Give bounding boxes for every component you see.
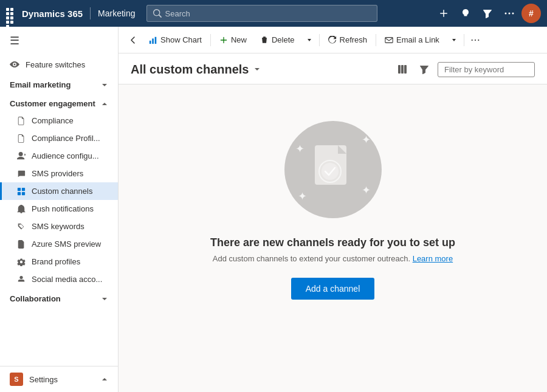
sidebar-section-email-marketing[interactable]: Email marketing xyxy=(0,74,118,93)
chart-icon xyxy=(149,36,157,44)
delete-button[interactable]: Delete xyxy=(254,32,301,47)
add-icon-btn[interactable] xyxy=(434,4,453,23)
filter-icon-btn[interactable] xyxy=(478,4,497,23)
app-grid-icon[interactable] xyxy=(6,8,17,19)
custom-channel-icon xyxy=(17,187,26,196)
delete-chevron[interactable] xyxy=(302,32,317,49)
svg-rect-4 xyxy=(18,187,21,190)
search-input[interactable] xyxy=(165,9,371,18)
add-channel-button[interactable]: Add a channel xyxy=(291,278,375,300)
top-nav: Dynamics 365 Marketing # xyxy=(0,0,547,27)
columns-button[interactable] xyxy=(394,61,411,78)
svg-rect-7 xyxy=(22,191,25,194)
new-button[interactable]: New xyxy=(213,32,253,47)
eye-icon xyxy=(10,60,19,69)
sparkle-br: ✦ xyxy=(362,184,371,197)
svg-rect-5 xyxy=(22,187,25,190)
nav-icons: # xyxy=(434,4,541,23)
sidebar-hamburger[interactable]: ☰ xyxy=(0,27,118,55)
app-title: Dynamics 365 xyxy=(22,9,83,19)
sidebar-settings[interactable]: S Settings xyxy=(0,366,118,392)
svg-rect-14 xyxy=(404,65,407,74)
chevron-down-icon xyxy=(101,81,108,89)
toolbar: Show Chart New Delete xyxy=(119,27,547,53)
sidebar-item-feature-switches[interactable]: Feature switches xyxy=(0,55,118,74)
bell-icon xyxy=(17,205,26,213)
page-header-actions xyxy=(394,61,535,78)
page-title: All custom channels xyxy=(131,63,261,77)
svg-rect-6 xyxy=(18,191,21,194)
svg-rect-11 xyxy=(385,37,393,43)
sidebar-bottom: S Settings xyxy=(0,366,118,392)
tag-icon xyxy=(17,222,26,231)
toolbar-sep-3 xyxy=(376,34,376,46)
empty-desc: Add custom channels to extend your custo… xyxy=(213,254,453,263)
lightbulb-icon-btn[interactable] xyxy=(456,4,475,23)
email-chevron[interactable] xyxy=(447,32,461,49)
label: SMS keywords xyxy=(32,222,84,231)
page-header: All custom channels xyxy=(119,53,547,84)
social-icon xyxy=(17,275,26,284)
svg-point-0 xyxy=(505,13,507,15)
sidebar-section-customer-engagement[interactable]: Customer engagement xyxy=(0,93,118,112)
sidebar-item-brand-profiles[interactable]: Brand profiles xyxy=(0,253,118,270)
sidebar-item-audience-config[interactable]: Audience configu... xyxy=(0,147,118,165)
svg-rect-10 xyxy=(155,36,157,43)
sidebar-item-custom-channels[interactable]: Custom channels xyxy=(0,182,118,200)
label: Custom channels xyxy=(32,187,92,196)
label: Azure SMS preview xyxy=(32,239,101,249)
svg-point-1 xyxy=(509,13,511,15)
chat-icon xyxy=(17,170,26,178)
empty-title: There are new channels ready for you to … xyxy=(210,236,455,249)
label: Social media acco... xyxy=(32,275,102,284)
label: Push notifications xyxy=(32,204,94,213)
svg-point-3 xyxy=(14,64,16,66)
nav-divider xyxy=(90,7,91,19)
sidebar-item-azure-sms[interactable]: Azure SMS preview xyxy=(0,235,118,253)
filter-icon xyxy=(419,64,429,74)
doc-profile-icon xyxy=(17,134,26,143)
filter-input[interactable] xyxy=(438,62,535,77)
show-chart-button[interactable]: Show Chart xyxy=(143,32,208,47)
sidebar-item-sms-keywords[interactable]: SMS keywords xyxy=(0,218,118,235)
svg-rect-13 xyxy=(401,65,404,74)
label: Brand profiles xyxy=(32,257,80,266)
azure-icon xyxy=(17,240,26,249)
sidebar-section-collaboration[interactable]: Collaboration xyxy=(0,288,118,307)
chevron-up-icon xyxy=(101,100,108,108)
sidebar-item-sms-providers[interactable]: SMS providers xyxy=(0,165,118,182)
new-label: New xyxy=(231,35,247,44)
back-button[interactable] xyxy=(125,32,142,49)
label: Compliance xyxy=(32,116,74,125)
toolbar-sep-4 xyxy=(464,34,464,46)
email-link-button[interactable]: Email a Link xyxy=(379,32,446,47)
search-icon xyxy=(153,9,162,18)
sparkle-bl: ✦ xyxy=(298,190,307,203)
sidebar-item-social-media[interactable]: Social media acco... xyxy=(0,270,118,288)
sidebar-item-push-notifications[interactable]: Push notifications xyxy=(0,200,118,218)
learn-more-link[interactable]: Learn more xyxy=(413,254,453,263)
sidebar-item-label: Feature switches xyxy=(26,60,85,69)
svg-point-2 xyxy=(512,13,514,15)
sidebar-item-compliance[interactable]: Compliance xyxy=(0,112,118,129)
sidebar: ☰ Feature switches Email marketing Custo… xyxy=(0,27,119,392)
toolbar-sep-2 xyxy=(319,34,320,46)
empty-state: ✦ ✦ ✦ ✦ There xyxy=(119,84,547,336)
sparkle-tl: ✦ xyxy=(295,142,304,156)
sidebar-item-compliance-profile[interactable]: Compliance Profil... xyxy=(0,129,118,147)
search-bar[interactable] xyxy=(146,5,377,22)
app-module: Marketing xyxy=(98,9,135,18)
main-layout: ☰ Feature switches Email marketing Custo… xyxy=(0,27,547,392)
filter-button[interactable] xyxy=(416,61,433,78)
settings-chevron-icon xyxy=(101,376,108,383)
more-options-icon-btn[interactable] xyxy=(500,4,519,23)
user-avatar[interactable]: # xyxy=(521,4,541,23)
settings-label: Settings xyxy=(29,375,58,384)
label: Compliance Profil... xyxy=(32,134,100,143)
svg-rect-12 xyxy=(398,65,401,74)
toolbar-more-button[interactable]: ⋯ xyxy=(467,32,484,49)
refresh-button[interactable]: Refresh xyxy=(322,32,374,47)
sparkle-tr: ✦ xyxy=(362,133,371,146)
settings-avatar: S xyxy=(10,373,23,386)
page-title-chevron-icon[interactable] xyxy=(253,65,261,74)
